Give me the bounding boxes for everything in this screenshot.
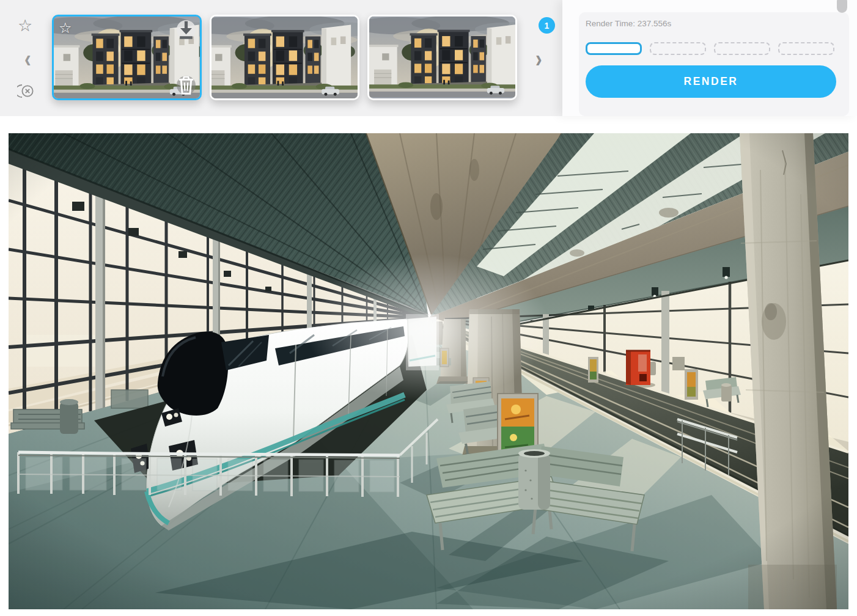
trash-icon bbox=[177, 76, 196, 95]
thumbnail-2[interactable] bbox=[210, 15, 359, 100]
progress-segment bbox=[714, 42, 770, 55]
render-button[interactable]: RENDER bbox=[586, 65, 836, 98]
circle-x-icon bbox=[17, 83, 35, 99]
delete-button[interactable] bbox=[177, 76, 196, 95]
progress-segment bbox=[586, 42, 642, 55]
selection-count-badge: 1 bbox=[539, 17, 555, 34]
render-panel: Render Time: 237.556s RENDER bbox=[562, 0, 857, 116]
thumbnail-3[interactable] bbox=[367, 15, 517, 100]
thumbnail-star-icon[interactable]: ☆ bbox=[59, 20, 72, 37]
chevron-left-icon: ‹ bbox=[24, 45, 31, 73]
favorite-filter-button[interactable]: ☆ bbox=[18, 18, 32, 34]
top-toolbar: ☆ ‹ ☆ bbox=[0, 0, 857, 116]
station-render-image bbox=[9, 133, 848, 609]
thumbnail-strip: ☆ bbox=[52, 15, 517, 100]
render-viewer bbox=[9, 133, 848, 609]
progress-segment bbox=[778, 42, 834, 55]
chevron-right-icon: › bbox=[535, 45, 542, 73]
prev-thumbnails-button[interactable]: ‹ bbox=[24, 46, 31, 71]
app-root: ☆ ‹ ☆ bbox=[0, 0, 857, 616]
render-time-label: Render Time: 237.556s bbox=[586, 19, 671, 28]
progress-segment bbox=[650, 42, 706, 55]
thumbnail-1[interactable]: ☆ bbox=[52, 15, 202, 100]
star-icon: ☆ bbox=[18, 16, 32, 35]
scrollbar-thumb[interactable] bbox=[837, 0, 847, 13]
deselect-all-button[interactable] bbox=[17, 83, 35, 100]
download-icon bbox=[177, 20, 196, 39]
render-progress bbox=[586, 42, 834, 55]
next-thumbnails-button[interactable]: › bbox=[535, 46, 542, 71]
download-button[interactable] bbox=[177, 20, 196, 39]
